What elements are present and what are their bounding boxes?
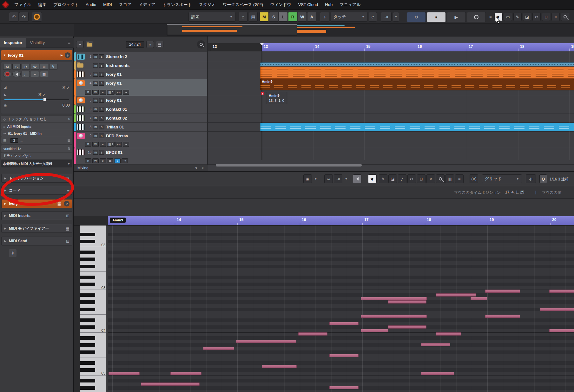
midi-note[interactable] — [361, 315, 427, 318]
open-device-button[interactable]: ⊞ — [40, 64, 48, 70]
editor-ruler[interactable]: Amin9 14151617181920 — [108, 216, 574, 225]
white-key[interactable] — [80, 229, 106, 232]
inspector-section-midi-modifiers[interactable]: ▶MIDI モディファイアー▦ — [1, 224, 72, 233]
midi-note[interactable] — [141, 382, 200, 386]
track-row-ivory-01[interactable]: 5msIvory 01 — [74, 96, 207, 105]
black-key[interactable] — [80, 276, 106, 279]
midi-channel-box[interactable]: ▦ — [107, 158, 113, 163]
white-key[interactable] — [80, 236, 106, 240]
white-key[interactable] — [80, 279, 106, 283]
add-track-button[interactable]: + — [76, 41, 84, 48]
input-transformer-button[interactable]: -o- — [115, 142, 122, 147]
midi-note[interactable] — [388, 300, 426, 304]
acoustic-feedback-button[interactable] — [353, 174, 361, 183]
reload-icon[interactable]: ↻ — [68, 117, 70, 121]
track-row-kontakt-01[interactable]: 6msKontakt 01 — [74, 105, 207, 114]
edit-channel-settings-button[interactable]: e — [65, 52, 70, 58]
read-automation-button[interactable]: R — [85, 158, 91, 163]
black-key[interactable] — [80, 368, 106, 372]
use-track-preset-button[interactable] — [86, 41, 93, 48]
write-automation-button[interactable]: W — [92, 90, 99, 95]
white-key[interactable] — [80, 247, 106, 251]
midi-channel-box[interactable]: ▦ 3 — [107, 90, 115, 95]
toolbar-setup-dropdown[interactable]: 設定 ▼ — [188, 12, 235, 22]
inspector-track-header[interactable]: ▼ Ivory 01 ▶ e — [1, 50, 72, 60]
white-key[interactable] — [80, 333, 106, 336]
midi-clip-trilian[interactable] — [260, 123, 574, 131]
white-key[interactable] — [80, 268, 106, 272]
white-key[interactable] — [80, 354, 106, 357]
track-list-options-button[interactable]: ▤ — [156, 41, 163, 48]
midi-note[interactable] — [485, 290, 520, 293]
record-button[interactable] — [467, 12, 486, 22]
inspector-section-midi-inserts[interactable]: ▶MIDI Inserts⊞ — [1, 211, 72, 220]
midi-note[interactable] — [262, 365, 297, 368]
output-routing-row[interactable]: ⇥ 01. Ivory 01 - MIDI In — [1, 130, 72, 137]
midi-note[interactable] — [436, 332, 461, 336]
output-button[interactable]: ⇥ — [123, 142, 129, 147]
inspector-section-midi-send[interactable]: ▶MIDI Send⊟ — [1, 237, 72, 245]
auto-quantize-button[interactable]: ⟨×⟩ — [470, 174, 478, 183]
white-key[interactable] — [80, 311, 106, 315]
write-automation-button[interactable]: W — [92, 142, 99, 147]
solo-button[interactable]: s — [99, 107, 104, 112]
menu-item[interactable]: MIDI — [100, 0, 115, 10]
chord-event-label[interactable]: Amin9 — [110, 218, 126, 223]
mute-tool[interactable]: × — [551, 13, 560, 21]
find-track-button[interactable] — [197, 40, 205, 49]
midi-channel-value[interactable]: 3 — [10, 138, 18, 143]
record-mode-row[interactable]: 非録音時の MIDI 入力データ記録 ▼ — [1, 160, 72, 167]
white-key[interactable] — [80, 254, 106, 258]
monitor-button[interactable] — [12, 71, 21, 77]
open-pool-button[interactable]: ▤ — [249, 12, 258, 22]
glue-tool[interactable]: ⊔ — [417, 174, 426, 183]
link-projects-button[interactable]: ∞ — [324, 174, 333, 183]
mute-button[interactable]: m — [93, 125, 98, 129]
project-overview-strip[interactable] — [74, 24, 574, 36]
inspector-section-track-versions[interactable]: ▶トラックバージョン▤ — [1, 174, 72, 183]
automation-s-button[interactable]: S — [269, 12, 278, 22]
midi-note[interactable] — [436, 293, 476, 297]
menu-item[interactable]: ファイル — [11, 0, 35, 10]
output-button[interactable]: ⇥ — [123, 90, 129, 95]
zoom-tool[interactable] — [436, 174, 445, 183]
volume-value[interactable]: オフ — [62, 85, 70, 90]
menu-item[interactable]: スタジオ — [195, 0, 219, 10]
mute-button[interactable]: m — [93, 72, 98, 77]
horizontal-scrollbar[interactable] — [216, 164, 362, 167]
direct-routing-button[interactable]: ↳ — [49, 64, 57, 70]
edit-instrument-button[interactable]: e — [100, 158, 106, 163]
white-key[interactable] — [80, 225, 106, 229]
auto-quantize-button[interactable]: ♪ — [320, 12, 329, 22]
black-key[interactable] — [80, 300, 106, 304]
midi-note[interactable] — [329, 386, 359, 389]
black-key[interactable] — [80, 361, 106, 365]
curve-tool[interactable]: ≈ — [455, 174, 464, 183]
quantize-value[interactable]: 1/16 3 連符 — [550, 177, 569, 182]
edit-instrument-button[interactable]: e — [100, 142, 106, 147]
split-tool[interactable]: ✂ — [407, 174, 416, 183]
midi-note[interactable] — [361, 329, 388, 332]
midi-note[interactable] — [421, 343, 450, 346]
track-row-kontakt-02[interactable]: 7msKontakt 02 — [74, 114, 207, 122]
object-selection-tool[interactable]: ▶ — [368, 174, 377, 183]
white-key[interactable] — [80, 357, 106, 361]
automation-panel-button[interactable]: e — [369, 12, 377, 22]
solo-button[interactable]: s — [99, 98, 104, 103]
white-key[interactable] — [80, 297, 106, 300]
solo-button[interactable]: s — [99, 134, 104, 138]
automation-m-button[interactable]: M — [260, 12, 269, 22]
black-key[interactable] — [80, 233, 106, 236]
chevron-down-icon[interactable]: ▼ — [313, 174, 319, 183]
track-row-ivory-01[interactable]: 4msIvory 01RWe▦ 3-o-⇥ — [74, 79, 207, 96]
black-key[interactable] — [80, 325, 106, 329]
automation-r-button[interactable]: R — [288, 12, 297, 22]
volume-slider-handle[interactable] — [43, 98, 46, 101]
drum-map-row[interactable]: ドラムマップなし — [1, 153, 72, 159]
midi-note[interactable] — [203, 347, 234, 350]
menu-item[interactable]: ウィンドウ — [267, 0, 295, 10]
output-button[interactable]: ⇥ — [122, 158, 128, 163]
mute-button[interactable]: m — [93, 134, 98, 138]
solo-button[interactable]: s — [99, 81, 104, 86]
panel-options-icon[interactable]: = — [68, 40, 70, 45]
